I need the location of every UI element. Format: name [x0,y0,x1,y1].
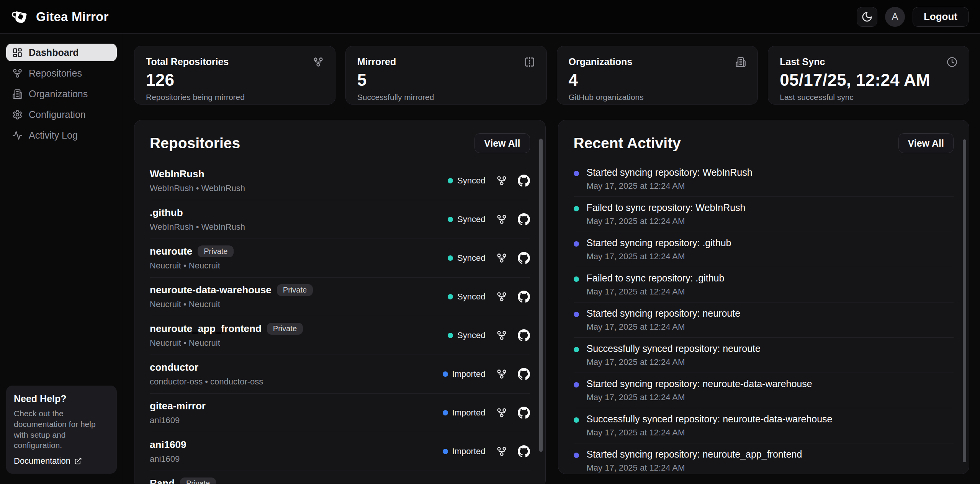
sidebar-item-dashboard[interactable]: Dashboard [6,44,117,61]
repository-info: WebInRush WebInRush • WebInRush [150,168,245,193]
activity-item: Failed to sync repository: .github May 1… [574,267,954,302]
activity-text: Started syncing repository: neuroute-dat… [587,378,812,389]
repository-owner: Neucruit • Neucruit [150,261,234,271]
github-octocat-icon[interactable] [518,368,530,380]
github-octocat-icon[interactable] [518,213,530,226]
repository-owner: Neucruit • Neucruit [150,338,303,348]
activity-dot [574,206,579,211]
sidebar-item-organizations[interactable]: Organizations [6,85,117,103]
git-fork-icon[interactable] [496,291,507,302]
activity-info: Failed to sync repository: .github May 1… [587,273,725,297]
stat-value: 4 [569,70,746,90]
git-fork-icon[interactable] [496,330,507,341]
repository-owner: conductor-oss • conductor-oss [150,377,263,387]
git-fork-icon[interactable] [496,253,507,263]
private-badge: Private [267,323,303,335]
status-label: Imported [452,446,486,456]
status-dot [448,178,453,183]
repository-row: neuroute-data-warehouse Private Neucruit… [150,277,530,316]
repository-status-badge: Imported [443,446,486,456]
activity-text: Started syncing repository: neuroute_app… [587,449,802,460]
sidebar-item-label: Repositories [29,68,82,79]
activity-scrollbar[interactable] [963,139,966,462]
gitea-teacup-icon [11,8,29,26]
stat-title: Mirrored [357,56,396,67]
github-octocat-icon[interactable] [518,175,530,187]
repository-owner: ani1609 [150,454,186,464]
activity-text: Failed to sync repository: WebInRush [587,202,746,213]
git-fork-icon[interactable] [496,446,507,457]
repository-name: Rand [150,477,175,484]
stat-title: Total Repositories [146,56,229,67]
activity-view-all-button[interactable]: View All [898,133,954,153]
mirror-flip-icon [524,57,535,67]
repositories-scrollbar[interactable] [539,139,543,452]
repository-row: gitea-mirror ani1609 Imported [150,393,530,432]
repository-info: Rand Private Neucruit • Neucruit [150,477,220,484]
activity-text: Started syncing repository: .github [587,237,731,249]
theme-toggle-button[interactable] [857,7,877,27]
activity-text: Started syncing repository: neuroute [587,308,741,319]
status-label: Synced [457,253,485,263]
repository-name: neuroute [150,245,192,257]
git-fork-icon [12,68,23,78]
github-octocat-icon[interactable] [518,252,530,264]
repository-info: .github WebInRush • WebInRush [150,207,245,232]
github-octocat-icon[interactable] [518,329,530,342]
status-dot [448,255,453,261]
repository-info: conductor conductor-oss • conductor-oss [150,361,263,387]
private-badge: Private [277,284,313,296]
github-octocat-icon[interactable] [518,291,530,303]
activity-dot [574,347,579,352]
user-avatar[interactable]: A [885,7,905,27]
activity-timestamp: May 17, 2025 at 12:24 AM [587,287,725,297]
status-dot [448,217,453,222]
git-fork-icon[interactable] [496,175,507,186]
activity-text: Failed to sync repository: .github [587,273,725,284]
dashboard-grid-icon [12,47,23,58]
repository-owner: WebInRush • WebInRush [150,183,245,193]
repository-status-badge: Synced [448,176,485,186]
github-octocat-icon[interactable] [518,407,530,419]
activity-dot [574,276,579,282]
stat-value: 5 [357,70,535,90]
documentation-link-label: Documentation [14,456,70,466]
stat-cards: Total Repositories 126 Repositories bein… [134,46,969,105]
repository-status-badge: Synced [448,214,485,224]
documentation-link[interactable]: Documentation [14,456,109,466]
sidebar-item-activity-log[interactable]: Activity Log [6,126,117,144]
repository-name: WebInRush [150,168,205,180]
activity-dot [574,417,579,423]
external-link-icon [74,457,82,465]
git-fork-icon[interactable] [496,369,507,379]
sidebar-item-configuration[interactable]: Configuration [6,106,117,123]
github-octocat-icon[interactable] [518,445,530,458]
help-body: Check out the documentation for help wit… [14,408,109,451]
panels: Repositories View All WebInRush WebInRus… [134,120,969,484]
activity-timestamp: May 17, 2025 at 12:24 AM [587,392,812,402]
stat-title: Organizations [569,56,633,67]
activity-info: Started syncing repository: neuroute_app… [587,449,802,473]
repository-row: Rand Private Neucruit • Neucruit Importe… [150,471,530,484]
activity-info: Successfully synced repository: neuroute… [587,414,833,438]
repository-status-badge: Imported [443,369,486,379]
activity-info: Failed to sync repository: WebInRush May… [587,202,746,226]
private-badge: Private [180,477,216,484]
sidebar: Dashboard Repositories Organizations Con… [0,34,123,484]
logout-button[interactable]: Logout [913,7,969,27]
stat-value: 126 [146,70,324,90]
activity-dot [574,171,579,176]
repository-row: neuroute Private Neucruit • Neucruit Syn… [150,239,530,277]
activity-timestamp: May 17, 2025 at 12:24 AM [587,181,753,191]
stat-subtitle: Last successful sync [780,93,957,102]
sidebar-item-repositories[interactable]: Repositories [6,64,117,82]
main-content: Total Repositories 126 Repositories bein… [123,34,980,484]
status-dot [448,294,453,299]
activity-pulse-icon [12,130,23,141]
help-card: Need Help? Check out the documentation f… [6,386,117,474]
git-fork-icon[interactable] [496,214,507,225]
activity-item: Started syncing repository: neuroute-dat… [574,373,954,408]
repositories-view-all-button[interactable]: View All [474,133,530,153]
git-fork-icon[interactable] [496,407,507,418]
status-label: Synced [457,176,485,186]
